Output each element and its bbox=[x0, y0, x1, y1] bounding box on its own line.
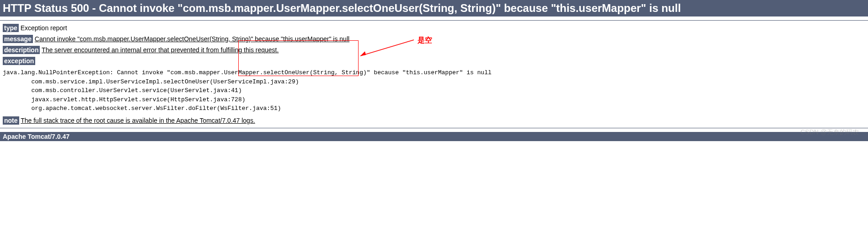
description-value: The server encountered an internal error… bbox=[42, 46, 279, 54]
description-label: description bbox=[3, 46, 40, 54]
server-footer: Apache Tomcat/7.0.47 bbox=[0, 132, 868, 141]
exception-label: exception bbox=[3, 57, 35, 65]
type-value: Exception report bbox=[19, 24, 67, 32]
divider-bottom bbox=[0, 128, 868, 128]
type-label: type bbox=[3, 24, 19, 32]
note-line: note The full stack trace of the root ca… bbox=[3, 117, 865, 124]
description-line: description The server encountered an in… bbox=[3, 46, 865, 54]
page-title: HTTP Status 500 - Cannot invoke "com.msb… bbox=[0, 0, 868, 16]
message-label: message bbox=[3, 35, 33, 43]
note-label: note bbox=[3, 116, 19, 125]
stacktrace: java.lang.NullPointerException: Cannot i… bbox=[3, 68, 865, 113]
message-value: Cannot invoke "com.msb.mapper.UserMapper… bbox=[35, 35, 349, 43]
watermark: CSDN @无奈的码农 bbox=[800, 128, 859, 137]
message-line: message Cannot invoke "com.msb.mapper.Us… bbox=[3, 35, 865, 43]
note-value: The full stack trace of the root cause i… bbox=[21, 117, 255, 124]
type-line: type Exception report bbox=[3, 24, 865, 32]
exception-line: exception bbox=[3, 57, 865, 65]
divider-top bbox=[0, 20, 868, 21]
